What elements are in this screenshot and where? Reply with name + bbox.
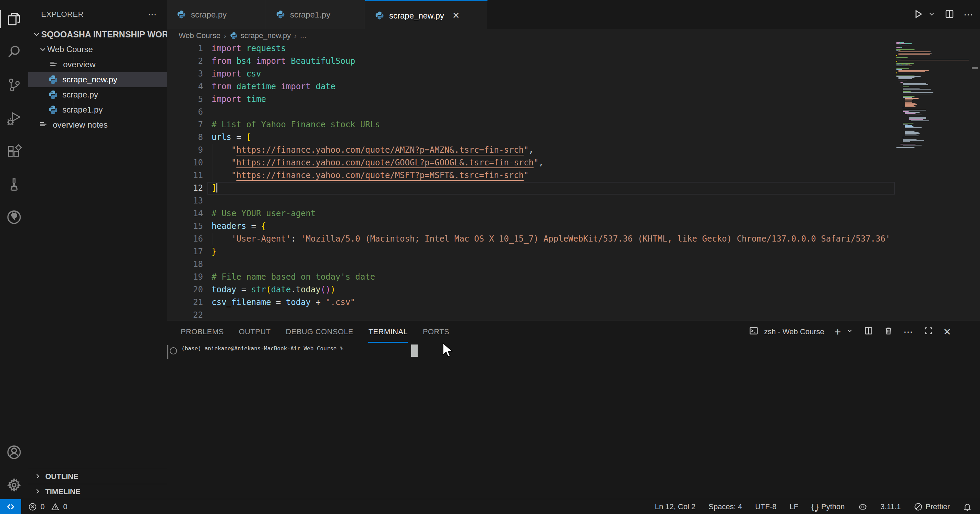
minimap-line — [903, 124, 908, 125]
search-icon[interactable] — [0, 39, 28, 65]
close-panel-icon[interactable]: ✕ — [943, 326, 951, 338]
copilot-icon[interactable] — [858, 502, 867, 512]
formatter-status[interactable]: Prettier — [914, 502, 950, 511]
code-line: 6 — [167, 106, 895, 118]
tree-folder-web-course[interactable]: Web Course — [28, 42, 167, 57]
outline-section[interactable]: OUTLINE — [28, 469, 167, 484]
status-bar-right: Ln 12, Col 2 Spaces: 4 UTF-8 LF { } Pyth… — [655, 499, 972, 514]
breadcrumb-file[interactable]: scrape_new.py — [241, 31, 291, 40]
run-dropdown-chevron-icon[interactable] — [928, 10, 935, 19]
tree-root-folder[interactable]: SQOOASHA INTERNSHIP WORK — [28, 27, 167, 42]
editor-actions: ⋯ — [912, 0, 974, 29]
minimap[interactable] — [895, 42, 970, 320]
code-line: 5import time — [167, 93, 895, 106]
tab-output[interactable]: OUTPUT — [239, 327, 270, 336]
problems-status[interactable]: 0 0 — [28, 499, 68, 514]
testing-icon[interactable] — [0, 171, 28, 197]
chevron-right-icon: › — [294, 32, 297, 40]
minimap-line — [907, 65, 909, 66]
account-icon[interactable] — [0, 439, 28, 465]
line-number: 17 — [167, 245, 203, 258]
source-control-icon[interactable] — [0, 72, 28, 98]
tab-debug-console[interactable]: DEBUG CONSOLE — [286, 327, 353, 336]
minimap-line — [899, 54, 930, 54]
terminal-dropdown-chevron-icon[interactable] — [846, 327, 853, 337]
minimap-line — [898, 77, 915, 78]
tab-problems[interactable]: PROBLEMS — [181, 327, 224, 336]
code-line: 14# Use YOUR user-agent — [167, 207, 895, 220]
minimap-line — [905, 101, 912, 101]
tab-label: scrape1.py — [290, 10, 330, 19]
python-file-icon — [375, 11, 385, 21]
new-terminal-button[interactable]: + — [835, 326, 841, 338]
indentation-status[interactable]: Spaces: 4 — [708, 502, 742, 511]
minimap-line — [930, 51, 931, 52]
minimap-line — [905, 104, 917, 105]
code-line: 11 "https://finance.yahoo.com/quote/MSFT… — [167, 169, 895, 182]
panel-more-icon[interactable]: ⋯ — [904, 326, 914, 338]
breadcrumb-folder[interactable]: Web Course — [179, 31, 221, 40]
tree-file-scrape-new[interactable]: scrape_new.py — [28, 72, 167, 87]
run-debug-icon[interactable] — [0, 105, 28, 131]
tab-terminal[interactable]: TERMINAL — [368, 327, 407, 343]
tab-ports[interactable]: PORTS — [423, 327, 449, 336]
indent-guide — [73, 57, 73, 117]
tree-file-scrape[interactable]: scrape.py — [28, 87, 167, 102]
activity-bar — [0, 0, 28, 499]
bottom-panel: PROBLEMS OUTPUT DEBUG CONSOLE TERMINAL P… — [167, 320, 980, 499]
python-file-icon — [48, 105, 58, 115]
kill-terminal-icon[interactable] — [884, 326, 893, 338]
code-editor[interactable]: 1import requests2from bs4 import Beautif… — [167, 42, 895, 320]
split-editor-icon[interactable] — [944, 9, 955, 21]
github-icon[interactable] — [0, 204, 28, 230]
minimap-line — [905, 127, 922, 128]
tab-scrape-py[interactable]: scrape.py — [167, 0, 266, 29]
terminal-prompt[interactable]: (base) aniekane@Aniekans-MacBook-Air Web… — [181, 345, 347, 352]
line-number: 11 — [167, 169, 203, 182]
overview-ruler[interactable] — [970, 29, 980, 320]
extensions-icon[interactable] — [0, 138, 28, 164]
python-file-icon — [230, 32, 238, 40]
timeline-section[interactable]: TIMELINE — [28, 484, 167, 499]
run-button[interactable] — [912, 8, 924, 21]
tab-close-icon[interactable]: ✕ — [452, 10, 460, 21]
chevron-right-icon — [33, 487, 43, 496]
minimap-line — [900, 42, 904, 43]
notifications-bell-icon[interactable] — [963, 502, 972, 511]
language-status[interactable]: { } Python — [811, 502, 845, 511]
line-number: 10 — [167, 156, 203, 169]
minimap-line — [905, 136, 919, 136]
python-file-icon — [276, 10, 286, 20]
minimap-line — [903, 110, 926, 110]
settings-gear-icon[interactable] — [0, 472, 28, 498]
minimap-line — [903, 107, 904, 108]
minimap-line — [900, 50, 901, 51]
tree-file-overview[interactable]: overview — [28, 57, 167, 72]
minimap-line — [896, 46, 899, 46]
folder-label: Web Course — [47, 45, 93, 54]
line-number: 5 — [167, 93, 203, 106]
minimap-line — [903, 141, 910, 142]
encoding-status[interactable]: UTF-8 — [755, 502, 776, 511]
split-terminal-icon[interactable] — [864, 326, 873, 338]
minimap-line — [905, 43, 912, 44]
cursor-position-status[interactable]: Ln 12, Col 2 — [655, 502, 696, 511]
python-version-status[interactable]: 3.11.1 — [881, 502, 901, 511]
tab-scrape1-py[interactable]: scrape1.py — [266, 0, 365, 29]
explorer-icon[interactable] — [0, 6, 28, 32]
explorer-more-icon[interactable]: ⋯ — [148, 9, 158, 20]
terminal-instance-label[interactable]: zsh - Web Course — [764, 327, 824, 336]
breadcrumb-symbol[interactable]: ... — [300, 31, 306, 40]
more-actions-icon[interactable]: ⋯ — [964, 9, 974, 20]
tree-file-scrape1[interactable]: scrape1.py — [28, 102, 167, 117]
python-file-icon — [177, 10, 187, 20]
remote-indicator[interactable] — [0, 499, 21, 514]
tree-file-overview-notes[interactable]: overview notes — [28, 117, 167, 132]
eol-status[interactable]: LF — [790, 502, 799, 511]
maximize-panel-icon[interactable] — [924, 326, 933, 337]
minimap-line — [896, 63, 914, 64]
minimap-line — [901, 43, 905, 44]
tab-scrape-new-py[interactable]: scrape_new.py ✕ — [365, 0, 488, 30]
minimap-line — [906, 60, 969, 61]
tab-label: scrape_new.py — [389, 11, 444, 21]
